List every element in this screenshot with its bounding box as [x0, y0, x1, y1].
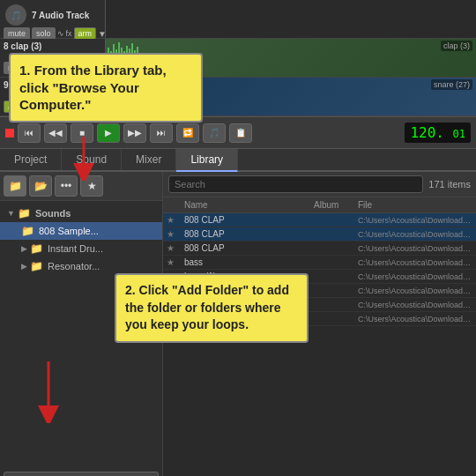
file-path-7: C:\Users\Acoustica\Downloads... — [358, 315, 472, 324]
col-header-file[interactable]: File — [358, 200, 472, 210]
file-row-2[interactable]: ★ 808 CLAP C:\Users\Acoustica\Downloads.… — [163, 242, 476, 256]
file-name-1: 808 CLAP — [184, 229, 314, 239]
col-header-name[interactable]: Name — [184, 200, 314, 210]
tabs-row: Project Sound Mixer Library — [0, 149, 476, 172]
tooltip-1-text: 1. From the Library tab, click "Browse Y… — [19, 63, 167, 112]
file-path-4: C:\Users\Acoustica\Downloads... — [358, 272, 472, 281]
sidebar-item-808[interactable]: 📁 808 Sample... — [0, 222, 162, 240]
tab-mixer[interactable]: Mixer — [122, 149, 176, 170]
instant-folder-icon: 📁 — [30, 242, 43, 255]
audio-track-name: 7 Audio Track — [32, 11, 89, 20]
clap-track-name: 8 clap (3) — [4, 41, 41, 51]
audio-arm-btn[interactable]: arm — [74, 27, 97, 40]
sidebar-more-btn[interactable]: ••• — [55, 175, 78, 197]
sounds-tree-parent[interactable]: ▼ 📁 Sounds — [0, 205, 162, 222]
audio-fx-btn[interactable]: fx — [66, 29, 72, 38]
col-header-album[interactable]: Album — [314, 200, 358, 210]
file-path-3: C:\Users\Acoustica\Downloads... — [358, 258, 472, 267]
sidebar-browse-btn[interactable]: 📁 — [4, 175, 26, 197]
sidebar-item-resonator[interactable]: ▶ 📁 Resonator... — [0, 257, 162, 275]
file-name-3: bass — [184, 257, 314, 267]
rec-dot — [5, 129, 14, 138]
file-star-2[interactable]: ★ — [167, 243, 184, 253]
rewind-btn[interactable]: ◀◀ — [44, 123, 67, 143]
tab-sound[interactable]: Sound — [62, 149, 122, 170]
file-list: ★ 808 CLAP C:\Users\Acoustica\Downloads.… — [163, 213, 476, 476]
resonator-folder-icon: 📁 — [30, 260, 43, 272]
audio-waveform — [106, 0, 476, 38]
resonator-label: Resonator... — [48, 261, 100, 271]
audio-fx-label: ∿ — [57, 29, 64, 38]
audio-track-controls: mute solo ∿ fx arm ▼ — [4, 27, 101, 40]
sidebar-item-instant[interactable]: ▶ 📁 Instant Dru... — [0, 240, 162, 257]
sounds-chevron: ▼ — [7, 209, 15, 218]
file-name-0: 808 CLAP — [184, 215, 314, 225]
sounds-folder-icon: 📁 — [18, 207, 31, 219]
audio-track-row: 🎵 7 Audio Track mute solo ∿ fx arm ▼ — [0, 0, 476, 39]
file-row-1[interactable]: ★ 808 CLAP C:\Users\Acoustica\Downloads.… — [163, 227, 476, 242]
metronome-btn[interactable]: 🎵 — [203, 123, 226, 143]
tempo-display: 120. 01 — [405, 123, 471, 143]
item-count: 171 items — [428, 179, 471, 190]
808-label: 808 Sample... — [39, 226, 99, 236]
search-input[interactable] — [168, 175, 423, 193]
file-path-6: C:\Users\Acoustica\Downloads... — [358, 301, 472, 309]
file-star-3[interactable]: ★ — [167, 257, 184, 267]
file-row-0[interactable]: ★ 808 CLAP C:\Users\Acoustica\Downloads.… — [163, 213, 476, 227]
play-btn[interactable]: ▶ — [97, 123, 120, 143]
tooltip-2-text: 2. Click "Add Folder" to add the folder … — [125, 283, 289, 331]
file-name-2: 808 CLAP — [184, 243, 314, 253]
tab-library[interactable]: Library — [176, 149, 238, 172]
audio-solo-btn[interactable]: solo — [32, 27, 56, 40]
go-start-btn[interactable]: ⏮ — [18, 123, 41, 143]
fast-forward-btn[interactable]: ▶▶ — [123, 123, 146, 143]
score-btn[interactable]: 📋 — [229, 123, 252, 143]
tooltip-2: 2. Click "Add Folder" to add the folder … — [115, 273, 309, 343]
audio-mute-btn[interactable]: mute — [4, 27, 30, 40]
instant-label: Instant Dru... — [48, 243, 103, 254]
file-list-header: Name Album File — [163, 197, 476, 213]
search-bar: 171 items — [163, 172, 476, 197]
sidebar-folder-btn[interactable]: 📂 — [29, 175, 52, 197]
file-star-0[interactable]: ★ — [167, 215, 184, 225]
audio-track-icon: 🎵 — [5, 4, 26, 26]
col-header-star — [167, 200, 184, 210]
go-end-btn[interactable]: ⏭ — [150, 123, 173, 143]
sidebar-star-btn[interactable]: ★ — [80, 175, 103, 197]
file-path-2: C:\Users\Acoustica\Downloads... — [358, 244, 472, 253]
resonator-chevron: ▶ — [21, 262, 27, 271]
loop-btn[interactable]: 🔁 — [176, 123, 199, 143]
file-star-1[interactable]: ★ — [167, 229, 184, 239]
file-path-1: C:\Users\Acoustica\Downloads... — [358, 230, 472, 239]
stop-btn[interactable]: ■ — [71, 123, 93, 143]
file-path-0: C:\Users\Acoustica\Downloads... — [358, 216, 472, 225]
tab-project[interactable]: Project — [0, 149, 62, 170]
sidebar-toolbar: 📁 📂 ••• ★ — [0, 172, 162, 201]
file-row-3[interactable]: ★ bass C:\Users\Acoustica\Downloads... — [163, 256, 476, 270]
audio-track-label: 🎵 7 Audio Track mute solo ∿ fx arm ▼ — [0, 0, 106, 38]
instant-chevron: ▶ — [21, 244, 27, 253]
add-folder-btn[interactable]: + + Add Folder — [4, 472, 159, 476]
tooltip-1: 1. From the Library tab, click "Browse Y… — [9, 53, 203, 123]
808-folder-icon: 📁 — [21, 225, 34, 237]
file-path-5: C:\Users\Acoustica\Downloads... — [358, 286, 472, 295]
sounds-label: Sounds — [35, 208, 71, 219]
